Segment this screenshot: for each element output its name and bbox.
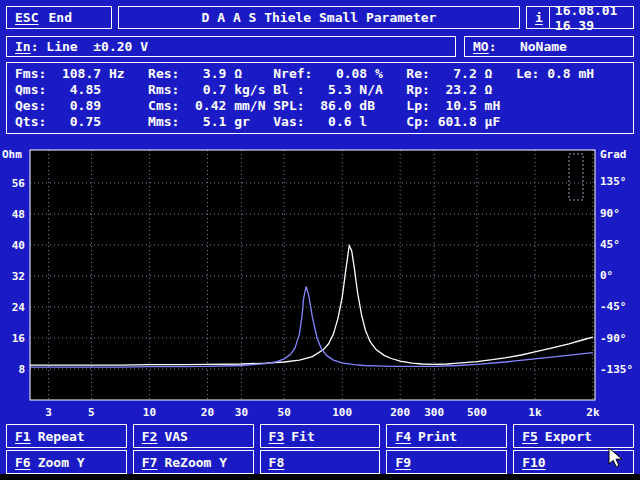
parameter-panel: Fms: 108.7 Hz Res: 3.9 Ω Nref: 0.08 % Re…	[6, 62, 634, 134]
y-tick-label: 32	[12, 270, 25, 283]
y2-tick-label: -45°	[600, 300, 627, 313]
x-tick-label: 50	[278, 406, 291, 419]
y-tick-label: 16	[12, 332, 26, 345]
y-tick-label: 8	[18, 363, 25, 376]
param-row: Fms: 108.7 Hz Res: 3.9 Ω Nref: 0.08 % Re…	[15, 66, 625, 82]
input-channel-box[interactable]: In: Line ±0.20 V	[6, 36, 456, 57]
datetime-label: 16.08.01 16 39	[555, 3, 628, 33]
plot-area[interactable]	[30, 150, 595, 400]
y2-tick-label: 90°	[600, 207, 620, 220]
y-tick-label: 56	[12, 177, 26, 190]
page-title: D A A S Thiele Small Parameter	[202, 10, 437, 25]
x-tick-label: 1k	[528, 406, 542, 419]
f4-print-button[interactable]: F4Print	[386, 424, 507, 448]
model-name-box[interactable]: MO: NoName	[464, 36, 634, 57]
f2-vas-button[interactable]: F2VAS	[133, 424, 254, 448]
impedance-chart[interactable]: 35102030501002003005001k2k81624324048561…	[0, 140, 640, 422]
y2-tick-label: 135°	[600, 175, 627, 188]
window-title-bar: D A A S Thiele Small Parameter	[118, 6, 520, 29]
x-tick-label: 5	[88, 406, 95, 419]
model-name-value: : NoName	[489, 39, 567, 54]
input-channel-key: In	[15, 39, 31, 54]
f8-button[interactable]: F8	[260, 450, 381, 474]
bottom-black-strip	[0, 474, 640, 480]
x-tick-label: 500	[467, 406, 487, 419]
y-tick-label: 48	[12, 208, 25, 221]
input-channel-value: : Line ±0.20 V	[31, 39, 148, 54]
x-tick-label: 30	[235, 406, 248, 419]
x-tick-label: 2k	[586, 406, 600, 419]
fkey-row-1: F1Repeat F2VAS F3Fit F4Print F5Export	[6, 424, 634, 448]
x-tick-label: 20	[201, 406, 214, 419]
x-tick-label: 10	[143, 406, 156, 419]
y2-tick-label: -135°	[600, 363, 633, 376]
esc-action-label: End	[48, 10, 71, 25]
f6-zoom-y-button[interactable]: F6Zoom Y	[6, 450, 127, 474]
f7-rezoom-y-button[interactable]: F7ReZoom Y	[133, 450, 254, 474]
param-row: Qts: 0.75 Mms: 5.1 gr Vas: 0.6 l Cp: 601…	[15, 114, 625, 130]
y-axis-label: Ohm	[2, 148, 22, 161]
fkey-row-2: F6Zoom Y F7ReZoom Y F8 F9 F10	[6, 450, 634, 474]
y-tick-label: 24	[12, 301, 26, 314]
y2-axis-label: Grad	[600, 148, 627, 161]
y2-tick-label: -90°	[600, 332, 627, 345]
model-key: MO	[473, 39, 489, 54]
f3-fit-button[interactable]: F3Fit	[260, 424, 381, 448]
param-row: Qes: 0.89 Cms: 0.42 mm/N SPL: 86.0 dB Lp…	[15, 98, 625, 114]
y2-tick-label: 45°	[600, 238, 620, 251]
y2-tick-label: 0°	[600, 269, 613, 282]
f9-button[interactable]: F9	[386, 450, 507, 474]
f1-repeat-button[interactable]: F1Repeat	[6, 424, 127, 448]
mouse-cursor	[608, 447, 624, 469]
esc-end-button[interactable]: ESC End	[6, 6, 112, 29]
x-tick-label: 3	[45, 406, 52, 419]
info-datetime-box: i 16.08.01 16 39	[526, 6, 634, 29]
x-tick-label: 200	[390, 406, 410, 419]
f5-export-button[interactable]: F5Export	[513, 424, 634, 448]
esc-key-label: ESC	[15, 10, 38, 25]
param-row: Qms: 4.85 Rms: 0.7 kg/s Bl : 5.3 N/A Rp:…	[15, 82, 625, 98]
x-tick-label: 100	[332, 406, 352, 419]
y-tick-label: 40	[12, 239, 25, 252]
info-icon[interactable]: i	[532, 7, 550, 28]
x-tick-label: 300	[424, 406, 444, 419]
